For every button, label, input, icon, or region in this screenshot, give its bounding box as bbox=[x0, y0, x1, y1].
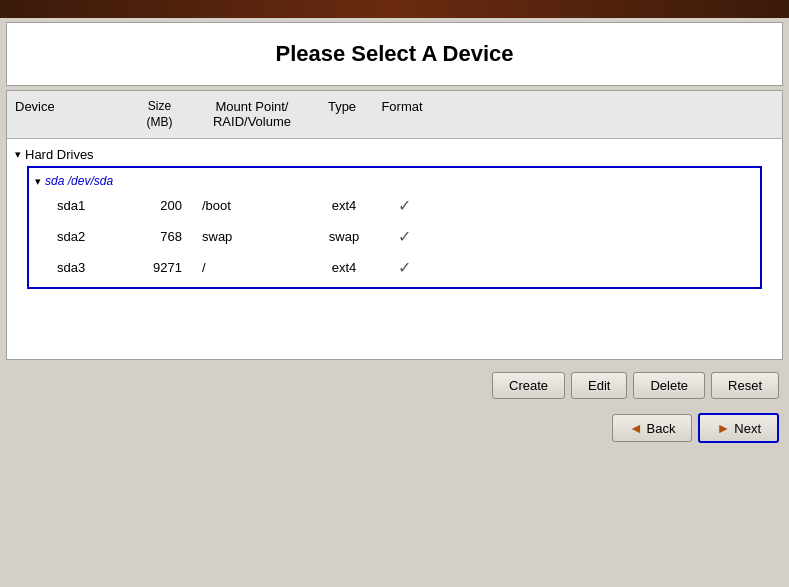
sda-name: sda bbox=[45, 174, 64, 188]
sda-chevron-icon: ▾ bbox=[35, 175, 41, 188]
partition-name: sda3 bbox=[49, 256, 129, 279]
table-row[interactable]: sda3 9271 / ext4 ✓ bbox=[29, 252, 760, 283]
back-arrow-icon: ◄ bbox=[629, 420, 643, 436]
partition-name: sda1 bbox=[49, 194, 129, 217]
partition-mount: /boot bbox=[194, 194, 314, 217]
hard-drives-label: Hard Drives bbox=[25, 147, 94, 162]
next-arrow-icon: ► bbox=[716, 420, 730, 436]
table-row[interactable]: sda1 200 /boot ext4 ✓ bbox=[29, 190, 760, 221]
header-mount: Mount Point/RAID/Volume bbox=[192, 95, 312, 134]
partition-mount: / bbox=[194, 256, 314, 279]
chevron-down-icon: ▾ bbox=[15, 148, 21, 161]
partition-format: ✓ bbox=[374, 254, 434, 281]
sda-path: /dev/sda bbox=[64, 174, 113, 188]
partition-mount: swap bbox=[194, 225, 314, 248]
next-button[interactable]: ► Next bbox=[698, 413, 779, 443]
delete-button[interactable]: Delete bbox=[633, 372, 705, 399]
edit-button[interactable]: Edit bbox=[571, 372, 627, 399]
nav-buttons-bar: ◄ Back ► Next bbox=[0, 407, 789, 449]
table-row[interactable]: sda2 768 swap swap ✓ bbox=[29, 221, 760, 252]
action-buttons-bar: Create Edit Delete Reset bbox=[0, 364, 789, 407]
partition-name: sda2 bbox=[49, 225, 129, 248]
sda-group: ▾ sda /dev/sda sda1 200 /boot ext4 ✓ sda… bbox=[27, 166, 762, 289]
partition-size: 768 bbox=[129, 225, 194, 248]
partition-type: ext4 bbox=[314, 194, 374, 217]
partition-format: ✓ bbox=[374, 223, 434, 250]
reset-button[interactable]: Reset bbox=[711, 372, 779, 399]
back-label: Back bbox=[647, 421, 676, 436]
header-device: Device bbox=[7, 95, 127, 134]
partition-type: ext4 bbox=[314, 256, 374, 279]
title-section: Please Select A Device bbox=[6, 22, 783, 86]
partition-format: ✓ bbox=[374, 192, 434, 219]
page-title: Please Select A Device bbox=[25, 41, 764, 67]
next-label: Next bbox=[734, 421, 761, 436]
sda-header-row[interactable]: ▾ sda /dev/sda bbox=[29, 172, 760, 190]
hard-drives-group[interactable]: ▾ Hard Drives bbox=[7, 145, 782, 164]
back-button[interactable]: ◄ Back bbox=[612, 414, 692, 442]
device-table: Device Size(MB) Mount Point/RAID/Volume … bbox=[6, 90, 783, 360]
table-header: Device Size(MB) Mount Point/RAID/Volume … bbox=[7, 91, 782, 139]
header-type: Type bbox=[312, 95, 372, 134]
partition-size: 9271 bbox=[129, 256, 194, 279]
top-banner bbox=[0, 0, 789, 18]
header-size: Size(MB) bbox=[127, 95, 192, 134]
header-format: Format bbox=[372, 95, 432, 134]
create-button[interactable]: Create bbox=[492, 372, 565, 399]
partition-type: swap bbox=[314, 225, 374, 248]
tree-area: ▾ Hard Drives ▾ sda /dev/sda sda1 200 /b… bbox=[7, 139, 782, 359]
partition-size: 200 bbox=[129, 194, 194, 217]
